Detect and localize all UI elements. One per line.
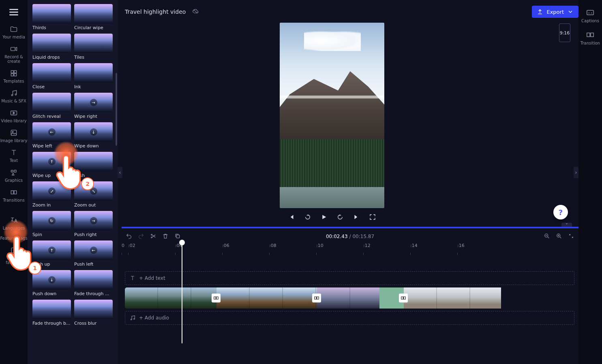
transition-thumb[interactable]: Thirds	[32, 4, 71, 30]
transition-thumb[interactable]: Liquid drops	[32, 34, 71, 60]
svg-point-8	[11, 94, 13, 96]
rail-label: Video library	[1, 119, 26, 123]
svg-rect-21	[591, 33, 593, 36]
redo-icon[interactable]	[138, 233, 144, 241]
clip-4[interactable]	[404, 287, 501, 309]
rail-text[interactable]: Text	[0, 146, 28, 165]
tutorial-step-number: 1	[33, 265, 37, 271]
transition-thumb[interactable]: Cross blur	[74, 300, 113, 326]
left-rail: Your media Record & create Templates Mus…	[0, 0, 28, 364]
export-button[interactable]: Export	[532, 6, 578, 18]
delete-icon[interactable]	[162, 233, 169, 241]
play-icon[interactable]	[320, 213, 328, 221]
transition-chip-3[interactable]	[399, 294, 408, 302]
split-icon[interactable]	[150, 233, 156, 241]
timeline-tracks: + Add text + Add audio	[125, 271, 574, 327]
video-preview[interactable]	[280, 23, 384, 208]
transition-thumb[interactable]: Tiles	[74, 34, 113, 60]
rail-label: Record & create	[0, 55, 28, 64]
transition-thumb[interactable]: Ink	[74, 63, 113, 89]
add-text-label: + Add text	[139, 275, 165, 281]
help-button[interactable]: ?	[553, 205, 568, 219]
rail-image-library[interactable]: Image library	[0, 126, 28, 145]
rail-label: Captions	[581, 19, 599, 23]
ruler-tick: :10	[316, 243, 363, 253]
transition-label: Push left	[74, 262, 113, 267]
rail-graphics[interactable]: Graphics	[0, 166, 28, 185]
svg-rect-7	[14, 74, 17, 76]
step-forward-icon[interactable]	[336, 213, 344, 221]
rail-label: Your media	[2, 35, 25, 39]
transition-thumb[interactable]: →Wipe right	[74, 93, 113, 119]
transition-thumb[interactable]: Fade through ...	[74, 270, 113, 296]
add-text-track[interactable]: + Add text	[125, 271, 574, 285]
transition-thumb[interactable]: ↓Wipe down	[74, 122, 113, 149]
scrollbar[interactable]	[116, 73, 117, 146]
rail-record-create[interactable]: Record & create	[0, 43, 28, 66]
rail-transition[interactable]: Transition	[578, 29, 602, 47]
tutorial-step-number: 2	[86, 181, 90, 187]
skip-end-icon[interactable]	[353, 213, 360, 221]
direction-icon: →	[90, 99, 97, 106]
transition-thumb[interactable]: ↻Spin	[32, 211, 71, 237]
transition-chip-1[interactable]	[212, 294, 221, 302]
step-back-icon[interactable]	[304, 213, 311, 221]
transition-label: Fade through b...	[32, 321, 71, 326]
skip-start-icon[interactable]	[288, 213, 295, 221]
rail-label: Image library	[0, 138, 28, 143]
fullscreen-icon[interactable]	[369, 213, 376, 221]
hamburger-menu[interactable]	[7, 6, 20, 19]
svg-rect-30	[317, 297, 319, 299]
project-title[interactable]: Travel highlight video	[125, 9, 186, 15]
transition-label: Cross blur	[74, 321, 113, 326]
zoom-out-icon[interactable]	[544, 233, 550, 241]
rail-templates[interactable]: Templates	[0, 67, 28, 86]
timeline-ruler[interactable]: 0:02:04:06:08:10:12:14:16	[122, 243, 578, 253]
transition-label: Push right	[74, 232, 113, 237]
fit-timeline-icon[interactable]	[568, 233, 574, 241]
transition-chip-2[interactable]	[312, 294, 321, 302]
direction-icon: ↓	[90, 128, 97, 136]
transition-thumb[interactable]: Close	[32, 63, 71, 89]
clip-1[interactable]	[125, 287, 216, 309]
rail-music-sfx[interactable]: Music & SFX	[0, 87, 28, 106]
player-controls	[280, 212, 384, 222]
rail-captions[interactable]: Captions	[578, 6, 602, 25]
rail-label: Text	[10, 158, 18, 163]
duplicate-icon[interactable]	[174, 233, 181, 241]
transition-label: Wipe right	[74, 114, 113, 119]
rail-transitions[interactable]: Transitions	[0, 186, 28, 205]
transition-thumb[interactable]: Circular wipe	[74, 4, 113, 30]
add-audio-track[interactable]: + Add audio	[125, 311, 574, 325]
svg-rect-31	[401, 297, 403, 299]
direction-icon: ←	[48, 128, 56, 136]
undo-icon[interactable]	[126, 233, 132, 241]
rail-your-media[interactable]: Your media	[0, 23, 28, 42]
transition-label: Spin	[32, 232, 71, 237]
rail-video-library[interactable]: Video library	[0, 106, 28, 126]
aspect-ratio-selector[interactable]: 9:16	[559, 23, 570, 42]
zoom-in-icon[interactable]	[556, 233, 562, 241]
ruler-tick: :08	[269, 243, 316, 253]
transition-thumb[interactable]: ←Push left	[74, 241, 113, 267]
transition-label: Thirds	[32, 25, 71, 30]
video-track[interactable]	[125, 287, 574, 309]
svg-rect-5	[14, 70, 17, 73]
transition-thumb[interactable]: ↓Push down	[32, 270, 71, 296]
clip-2[interactable]	[216, 287, 317, 309]
clip-3[interactable]	[317, 287, 404, 309]
playhead[interactable]	[182, 242, 182, 343]
ruler-tick: :06	[222, 243, 269, 253]
rail-label: Graphics	[5, 178, 23, 183]
transition-thumb[interactable]: Fade through b...	[32, 300, 71, 326]
ruler-tick: :14	[410, 243, 457, 253]
right-rail: Captions Transition	[578, 0, 602, 364]
transition-label: Zoom in	[32, 202, 71, 208]
collapse-right-panel[interactable]: ›	[574, 167, 578, 178]
rail-label: Templates	[4, 79, 24, 83]
collapse-side-panel[interactable]: ‹	[118, 167, 122, 178]
transition-thumb[interactable]: Glitch reveal	[32, 93, 71, 119]
total-time: 00:15.87	[352, 234, 374, 239]
rail-label: Transition	[581, 41, 600, 45]
transition-thumb[interactable]: →Push right	[74, 211, 113, 237]
